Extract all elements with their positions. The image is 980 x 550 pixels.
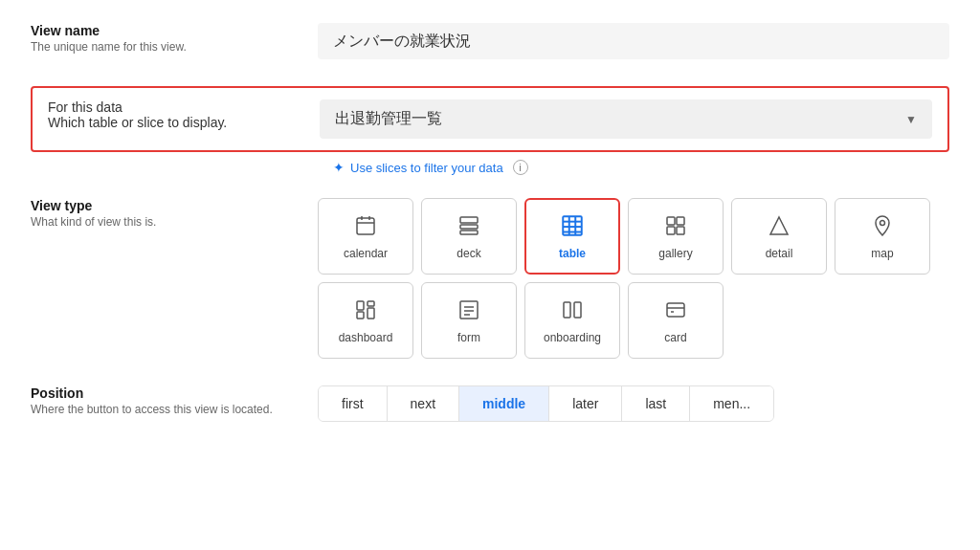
view-type-calendar-label: calendar xyxy=(344,247,388,260)
position-menu-btn[interactable]: men... xyxy=(690,386,773,421)
svg-rect-5 xyxy=(460,225,478,229)
view-type-dashboard-btn[interactable]: dashboard xyxy=(318,282,413,359)
position-last-btn[interactable]: last xyxy=(622,386,690,421)
svg-rect-13 xyxy=(667,217,675,225)
dashboard-icon xyxy=(352,297,379,323)
view-type-table-btn[interactable]: table xyxy=(524,198,620,275)
position-section: Position Where the button to access this… xyxy=(31,385,949,422)
view-type-detail-btn[interactable]: detail xyxy=(731,198,827,275)
info-icon[interactable]: i xyxy=(513,160,528,175)
calendar-icon xyxy=(352,212,379,239)
view-type-map-btn[interactable]: map xyxy=(835,198,930,275)
svg-rect-6 xyxy=(460,231,478,234)
slice-link-text: Use slices to filter your data xyxy=(350,161,503,175)
view-type-subtitle: What kind of view this is. xyxy=(31,215,295,229)
svg-rect-14 xyxy=(677,217,684,225)
svg-rect-15 xyxy=(667,227,675,234)
position-content: first next middle later last men... xyxy=(318,385,949,422)
data-select-wrapper: 出退勤管理一覧 ▼ xyxy=(320,99,932,139)
svg-rect-19 xyxy=(357,301,364,310)
view-name-content xyxy=(318,23,949,59)
position-first-btn[interactable]: first xyxy=(319,386,388,421)
view-type-content: calendar deck xyxy=(318,198,949,359)
view-type-detail-label: detail xyxy=(766,247,793,260)
view-type-card-btn[interactable]: card xyxy=(628,282,724,359)
view-name-section: View name The unique name for this view. xyxy=(31,23,949,59)
position-label: Position Where the button to access this… xyxy=(31,385,318,416)
slice-link[interactable]: ✦ Use slices to filter your data i xyxy=(333,160,528,175)
chevron-down-icon: ▼ xyxy=(905,113,917,126)
position-next-btn[interactable]: next xyxy=(388,386,459,421)
view-name-subtitle: The unique name for this view. xyxy=(31,40,295,54)
view-type-label: View type What kind of view this is. xyxy=(31,198,318,229)
svg-rect-28 xyxy=(574,302,581,318)
svg-rect-4 xyxy=(460,217,478,223)
view-type-dashboard-label: dashboard xyxy=(339,331,393,344)
view-type-form-btn[interactable]: form xyxy=(421,282,517,359)
view-name-title: View name xyxy=(31,23,295,38)
table-icon xyxy=(559,212,586,239)
form-icon xyxy=(456,297,482,323)
position-title: Position xyxy=(31,385,295,401)
for-this-data-title: For this data xyxy=(48,99,297,115)
view-type-onboarding-label: onboarding xyxy=(544,331,601,344)
view-type-onboarding-btn[interactable]: onboarding xyxy=(524,282,620,359)
for-this-data-section: For this data Which table or slice to di… xyxy=(31,86,949,152)
position-later-btn[interactable]: later xyxy=(549,386,622,421)
data-select-value: 出退勤管理一覧 xyxy=(335,109,442,129)
card-icon xyxy=(662,297,689,323)
sparkle-icon: ✦ xyxy=(333,160,345,175)
svg-rect-16 xyxy=(677,227,684,234)
svg-point-18 xyxy=(880,221,885,226)
svg-rect-21 xyxy=(357,312,364,319)
svg-marker-17 xyxy=(770,217,788,234)
gallery-icon xyxy=(662,212,689,239)
svg-rect-27 xyxy=(564,302,570,318)
view-type-table-label: table xyxy=(559,247,586,260)
position-options: first next middle later last men... xyxy=(318,385,774,422)
svg-rect-0 xyxy=(357,218,374,234)
view-type-gallery-btn[interactable]: gallery xyxy=(628,198,724,275)
view-type-form-label: form xyxy=(457,331,480,344)
svg-rect-29 xyxy=(667,303,684,317)
view-type-row-2: dashboard form xyxy=(318,282,949,359)
view-type-section: View type What kind of view this is. cal… xyxy=(31,198,949,359)
view-type-grid: calendar deck xyxy=(318,198,949,359)
onboarding-icon xyxy=(559,297,586,323)
for-this-data-label-wrapper: For this data Which table or slice to di… xyxy=(48,99,320,130)
for-this-data-subtitle: Which table or slice to display. xyxy=(48,115,297,130)
view-type-calendar-btn[interactable]: calendar xyxy=(318,198,413,275)
map-icon xyxy=(869,212,896,239)
view-type-title: View type xyxy=(31,198,295,213)
svg-rect-23 xyxy=(460,301,478,319)
view-name-input[interactable] xyxy=(318,23,949,59)
view-type-deck-btn[interactable]: deck xyxy=(421,198,517,275)
position-subtitle: Where the button to access this view is … xyxy=(31,403,295,416)
position-middle-btn[interactable]: middle xyxy=(459,386,549,421)
svg-rect-20 xyxy=(368,301,374,306)
view-type-gallery-label: gallery xyxy=(658,247,692,260)
view-type-row-1: calendar deck xyxy=(318,198,949,275)
view-type-deck-label: deck xyxy=(457,247,480,260)
view-type-card-label: card xyxy=(664,331,686,344)
data-select-dropdown[interactable]: 出退勤管理一覧 ▼ xyxy=(320,99,932,139)
deck-icon xyxy=(456,212,482,239)
view-type-map-label: map xyxy=(871,247,893,260)
view-name-label: View name The unique name for this view. xyxy=(31,23,318,54)
slice-link-wrapper: ✦ Use slices to filter your data i xyxy=(333,160,949,175)
svg-rect-22 xyxy=(368,308,374,319)
detail-icon xyxy=(766,212,792,239)
